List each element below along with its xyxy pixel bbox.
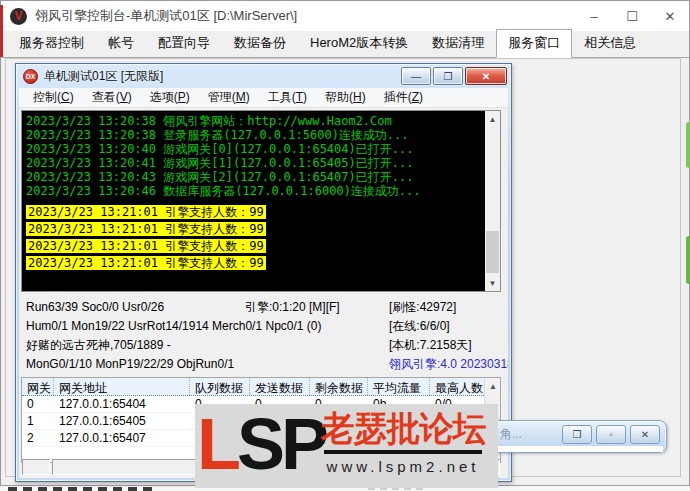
dx-icon: DX <box>23 69 38 84</box>
gateway-table-header: 网关网关地址队列数据发送数据剩余数据平均流量最高人数 <box>22 378 500 396</box>
console-scroll-thumb[interactable] <box>486 231 499 273</box>
column-header-6[interactable]: 最高人数 <box>430 378 486 395</box>
table-cell: 127.0.0.1:65407 <box>54 430 190 446</box>
minimized-titlebar[interactable]: 角... ❐ ▫ ✕ <box>472 421 666 447</box>
watermark-forum-name: 老瑟批论坛 <box>321 409 486 447</box>
console-log: 2023/3/23 13:20:38 翎风引擎网站：http://www.Hao… <box>22 111 485 291</box>
main-window-title: 翎风引擎控制台-单机测试01区 [D:\MirServer\] <box>35 7 297 25</box>
maximize-button[interactable]: ☐ <box>613 1 651 31</box>
status-row-4: MonG0/1/10 MonP19/22/29 ObjRun0/1 翎风引擎:4… <box>21 355 501 374</box>
table-cell: 127.0.0.1:65405 <box>54 413 190 429</box>
status-boss: 好赌的远古死神,705/1889 - <box>26 338 171 352</box>
menu-item-0[interactable]: 控制(C) <box>24 88 83 108</box>
minimized-window-title: 角... <box>500 426 558 443</box>
minimized-minimize-button[interactable]: ▫ <box>596 425 626 444</box>
log-line-6: 2023/3/23 13:21:01 引擎支持人数：99 <box>26 205 485 219</box>
table-scroll-up-icon[interactable]: ▲ <box>485 378 501 394</box>
status-online: [在线:6/6/0] <box>389 317 450 336</box>
watermark-lsp-text: LSP <box>197 405 325 483</box>
status-spawn: [刷怪:42972] <box>389 298 456 317</box>
scroll-down-icon[interactable]: ▼ <box>485 275 500 291</box>
menu-item-2[interactable]: 选项(P) <box>141 88 199 108</box>
column-header-5[interactable]: 平均流量 <box>368 378 430 395</box>
tab-7[interactable]: 相关信息 <box>572 29 648 58</box>
tab-6[interactable]: 服务窗口 <box>496 29 572 58</box>
menu-item-4[interactable]: 工具(T) <box>259 88 316 108</box>
menu-item-1[interactable]: 查看(V) <box>83 88 141 108</box>
status-mon: MonG0/1/10 MonP19/22/29 ObjRun0/1 <box>26 357 234 371</box>
column-header-3[interactable]: 发送数据 <box>250 378 310 395</box>
child-restore-button[interactable]: ❐ <box>433 67 463 85</box>
menu-item-5[interactable]: 帮助(H) <box>316 88 375 108</box>
log-line-8: 2023/3/23 13:21:01 引擎支持人数：99 <box>26 239 485 253</box>
tab-3[interactable]: 数据备份 <box>222 29 298 58</box>
tab-4[interactable]: HeroM2版本转换 <box>298 29 420 58</box>
console-scrollbar[interactable]: ▲ ▼ <box>485 111 500 291</box>
status-row-2: Hum0/1 Mon19/22 UsrRot14/1914 Merch0/1 N… <box>21 317 501 336</box>
main-tabstrip: 服务器控制帐号配置向导数据备份HeroM2版本转换数据清理服务窗口相关信息 <box>1 31 689 58</box>
watermark-right: 老瑟批论坛 www.lspm2.net <box>321 405 485 475</box>
status-panel: Run63/39 Soc0/0 Usr0/26 引擎:0:1:20 [M][F]… <box>21 296 501 376</box>
main-titlebar[interactable]: 翎风引擎控制台-单机测试01区 [D:\MirServer\] – ☐ ✕ <box>1 1 689 31</box>
status-counts: Hum0/1 Mon19/22 UsrRot14/1914 Merch0/1 N… <box>26 319 321 333</box>
log-line-0: 2023/3/23 13:20:38 翎风引擎网站：http://www.Hao… <box>26 114 485 128</box>
table-cell: 1 <box>22 413 54 429</box>
status-row-1: Run63/39 Soc0/0 Usr0/26 引擎:0:1:20 [M][F]… <box>21 298 501 317</box>
log-line-2: 2023/3/23 13:20:40 游戏网关[0](127.0.0.1:654… <box>26 142 485 156</box>
column-header-4[interactable]: 剩余数据 <box>310 378 368 395</box>
watermark-url: www.lspm2.net <box>327 458 480 475</box>
statusbar-segment <box>22 459 50 475</box>
menu-item-3[interactable]: 管理(M) <box>199 88 259 108</box>
child-close-button[interactable]: ✕ <box>465 67 507 85</box>
child-window-title: 单机测试01区 [无限版] <box>44 68 399 85</box>
status-engine-version: 翎风引擎:4.0 20230318 <box>389 355 508 374</box>
table-cell: 0 <box>22 396 54 412</box>
scroll-up-icon[interactable]: ▲ <box>485 111 500 127</box>
console-panel: 2023/3/23 13:20:38 翎风引擎网站：http://www.Hao… <box>21 110 501 292</box>
tab-2[interactable]: 配置向导 <box>146 29 222 58</box>
close-button[interactable]: ✕ <box>651 1 689 31</box>
minimized-close-button[interactable]: ✕ <box>630 425 660 444</box>
watermark-divider <box>324 450 482 454</box>
child-minimize-button[interactable]: — <box>401 67 431 85</box>
app-logo-icon <box>10 8 27 25</box>
watermark: LSP 老瑟批论坛 www.lspm2.net <box>195 404 498 488</box>
watermark-letter-s: S <box>237 404 281 484</box>
log-line-4: 2023/3/23 13:20:43 游戏网关[2](127.0.0.1:654… <box>26 170 485 184</box>
column-header-1[interactable]: 网关地址 <box>54 378 190 395</box>
minimized-child-window: 角... ❐ ▫ ✕ <box>471 420 667 453</box>
log-line-9: 2023/3/23 13:21:01 引擎支持人数：99 <box>26 256 485 270</box>
background-green-sliver <box>686 122 690 168</box>
table-cell: 2 <box>22 430 54 446</box>
column-header-2[interactable]: 队列数据 <box>190 378 250 395</box>
background-red-sliver <box>0 5 3 57</box>
tab-1[interactable]: 帐号 <box>96 29 146 58</box>
clipped-text-fragment <box>8 487 158 491</box>
status-engine-time: 引擎:0:1:20 [M][F] <box>245 298 340 317</box>
minimized-restore-button[interactable]: ❐ <box>562 425 592 444</box>
status-uptime: [本机:7.2158天] <box>389 336 472 355</box>
minimize-button[interactable]: – <box>575 1 613 31</box>
minimized-window-content <box>475 446 663 452</box>
child-menubar: 控制(C)查看(V)选项(P)管理(M)工具(T)帮助(H)插件(Z) <box>19 88 508 108</box>
tab-0[interactable]: 服务器控制 <box>7 29 96 58</box>
tab-5[interactable]: 数据清理 <box>420 29 496 58</box>
watermark-letter-p: P <box>281 404 325 484</box>
status-run: Run63/39 Soc0/0 Usr0/26 <box>26 300 164 314</box>
menu-item-6[interactable]: 插件(Z) <box>375 88 432 108</box>
screen: 翎风引擎控制台-单机测试01区 [D:\MirServer\] – ☐ ✕ 服务… <box>0 0 690 491</box>
background-green-sliver <box>686 236 690 284</box>
statusbar-segment <box>52 459 198 475</box>
column-header-0[interactable]: 网关 <box>22 378 54 395</box>
log-line-3: 2023/3/23 13:20:41 游戏网关[1](127.0.0.1:654… <box>26 156 485 170</box>
child-titlebar[interactable]: DX 单机测试01区 [无限版] — ❐ ✕ <box>16 64 511 88</box>
main-window-controls: – ☐ ✕ <box>575 1 689 31</box>
log-line-7: 2023/3/23 13:21:01 引擎支持人数：99 <box>26 222 485 236</box>
status-row-3: 好赌的远古死神,705/1889 - [本机:7.2158天] <box>21 336 501 355</box>
watermark-letter-l: L <box>197 404 237 484</box>
log-line-1: 2023/3/23 13:20:38 登录服务器(127.0.0.1:5600)… <box>26 128 485 142</box>
log-line-5: 2023/3/23 13:20:46 数据库服务器(127.0.0.1:6000… <box>26 184 485 198</box>
table-cell: 127.0.0.1:65404 <box>54 396 190 412</box>
